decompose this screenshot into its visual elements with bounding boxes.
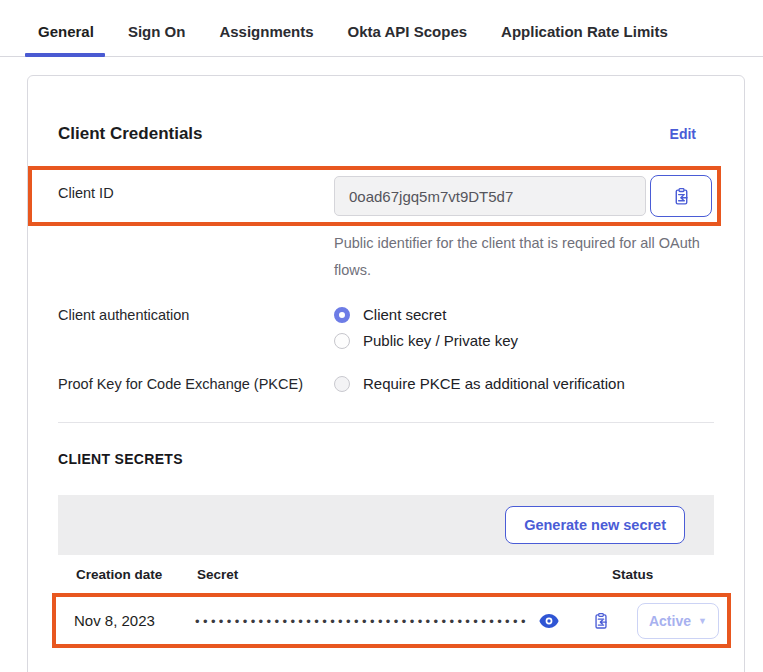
chevron-down-icon: ▼ <box>698 616 707 626</box>
settings-card: Client Credentials Edit Client ID <box>27 75 745 672</box>
client-id-group <box>334 175 712 217</box>
client-credentials-title: Client Credentials <box>58 124 203 144</box>
client-id-input[interactable] <box>334 176 646 216</box>
status-dropdown-button[interactable]: Active ▼ <box>637 603 719 639</box>
option-public-private-key: Public key / Private key <box>334 332 518 349</box>
tab-sign-on[interactable]: Sign On <box>128 23 186 56</box>
secret-cell: ••••••••••••••••••••••••••••••••••••••••… <box>195 612 637 630</box>
clipboard-copy-icon <box>672 187 691 206</box>
status-label: Active <box>649 613 691 629</box>
pkce-option-label: Require PKCE as additional verification <box>363 375 625 392</box>
eye-icon <box>539 614 559 628</box>
pkce-option: Require PKCE as additional verification <box>334 375 625 392</box>
secrets-table-toolbar: Generate new secret <box>58 495 714 555</box>
generate-new-secret-button[interactable]: Generate new secret <box>505 506 685 544</box>
status-cell: Active ▼ <box>637 603 739 639</box>
reveal-secret-button[interactable] <box>539 614 559 628</box>
copy-client-id-button[interactable] <box>650 175 712 217</box>
tab-assignments[interactable]: Assignments <box>219 23 313 56</box>
pkce-label: Proof Key for Code Exchange (PKCE) <box>58 375 334 392</box>
header-secret: Secret <box>197 567 612 582</box>
secret-creation-date: Nov 8, 2023 <box>56 612 195 629</box>
client-id-annotation-box: Client ID <box>28 166 721 226</box>
radio-unselected-icon[interactable] <box>334 333 350 349</box>
client-authentication-label: Client authentication <box>58 306 334 323</box>
option-client-secret: Client secret <box>334 306 518 323</box>
option-public-private-key-label: Public key / Private key <box>363 332 518 349</box>
tab-general[interactable]: General <box>38 23 94 56</box>
header-status: Status <box>612 567 714 582</box>
client-credentials-header: Client Credentials Edit <box>58 124 714 144</box>
client-id-row: Client ID <box>58 175 717 217</box>
table-row: Nov 8, 2023 ••••••••••••••••••••••••••••… <box>56 597 727 644</box>
client-authentication-options: Client secret Public key / Private key <box>334 306 518 349</box>
client-id-label: Client ID <box>58 175 334 201</box>
clipboard-copy-icon <box>592 612 610 630</box>
client-id-description: Public identifier for the client that is… <box>334 230 706 284</box>
pkce-row: Proof Key for Code Exchange (PKCE) Requi… <box>58 375 714 392</box>
checkbox-unchecked-icon[interactable] <box>334 376 350 392</box>
secrets-table-header: Creation date Secret Status <box>58 555 714 593</box>
edit-link[interactable]: Edit <box>670 126 696 142</box>
tab-application-rate-limits[interactable]: Application Rate Limits <box>501 23 668 56</box>
secret-row-annotation-box: Nov 8, 2023 ••••••••••••••••••••••••••••… <box>52 593 731 648</box>
copy-secret-button[interactable] <box>592 612 610 630</box>
masked-secret-value: ••••••••••••••••••••••••••••••••••••••••… <box>195 612 529 629</box>
client-secrets-table: Generate new secret Creation date Secret… <box>58 495 714 648</box>
section-divider <box>58 422 714 423</box>
radio-selected-icon[interactable] <box>334 307 350 323</box>
header-creation-date: Creation date <box>58 567 197 582</box>
tab-okta-api-scopes[interactable]: Okta API Scopes <box>348 23 468 56</box>
option-client-secret-label: Client secret <box>363 306 446 323</box>
client-authentication-row: Client authentication Client secret Publ… <box>58 306 714 349</box>
app-tab-bar: General Sign On Assignments Okta API Sco… <box>0 0 763 57</box>
client-secrets-title: CLIENT SECRETS <box>58 451 714 467</box>
